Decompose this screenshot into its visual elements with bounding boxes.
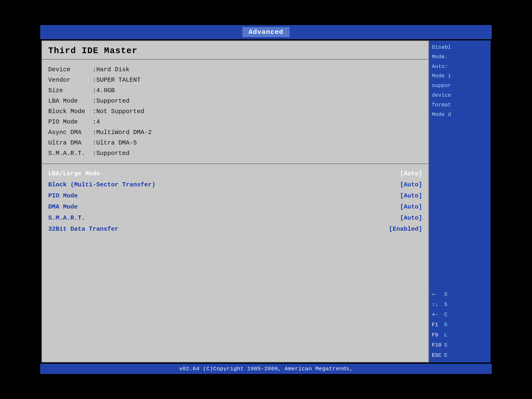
setting-value: [Auto] [400,215,422,222]
left-panel: Third IDE Master Device :Hard DiskVendor… [41,40,429,362]
key-desc: S [444,289,447,299]
setting-row[interactable]: 32Bit Data Transfer[Enabled] [48,223,422,234]
setting-label: PIO Mode [48,192,78,199]
key-name: F9 [432,330,442,340]
key-name: ↔ [432,289,442,299]
device-info-row: LBA Mode :Supported [48,96,422,106]
device-info-row: Device :Hard Disk [48,64,422,75]
main-area: Third IDE Master Device :Hard DiskVendor… [40,39,492,364]
key-binding-row: ↔S [432,289,488,299]
key-binding-row: F10S [432,340,488,350]
bottom-bar: v02.64 (C)Copyright 1985-2009, American … [40,364,492,374]
setting-label: 32Bit Data Transfer [48,226,118,233]
key-desc: C [444,310,447,320]
setting-row[interactable]: Block (Multi-Sector Transfer)[Auto] [48,179,422,190]
footer-text: v02.64 (C)Copyright 1985-2009, American … [179,366,353,372]
key-binding-row: +-C [432,310,488,320]
setting-label: LBA/Large Mode [48,170,100,177]
settings-area: LBA/Large Mode[Auto]Block (Multi-Sector … [42,164,428,362]
help-line: Auto: [432,62,488,71]
key-binding-row: F1G [432,320,488,330]
setting-row[interactable]: PIO Mode[Auto] [48,190,422,201]
setting-row[interactable]: S.M.A.R.T.[Auto] [48,212,422,223]
key-desc: S [444,340,447,350]
panel-heading: Third IDE Master [48,46,422,56]
setting-label: S.M.A.R.T. [48,215,85,222]
setting-value: [Auto] [400,181,422,188]
key-desc: L [444,330,447,340]
device-info-row: Vendor :SUPER TALENT [48,75,422,85]
setting-row: LBA/Large Mode[Auto] [48,168,422,179]
setting-row[interactable]: DMA Mode[Auto] [48,201,422,212]
help-line: suppor [432,81,488,90]
help-line: format [432,100,488,110]
help-line: Mode. [432,52,488,62]
device-info-row: Async DMA :MultiWord DMA-2 [48,127,422,138]
setting-label: Block (Multi-Sector Transfer) [48,181,155,188]
device-info-row: Ultra DMA :Ultra DMA-5 [48,138,422,148]
title-bar: Advanced [40,25,492,39]
help-line: Mode i [432,71,488,81]
help-line: Mode d [432,110,488,120]
help-text: DisablMode.Auto:Mode isuppordeviceformat… [432,43,488,119]
device-info-row: Block Mode :Not Supported [48,106,422,117]
key-name: F1 [432,320,442,330]
title-label: Advanced [248,28,284,36]
title-bar-inner: Advanced [242,27,290,37]
key-name: ESC [432,350,442,361]
key-desc: S [444,300,447,310]
device-info-row: S.M.A.R.T. :Supported [48,148,422,159]
key-name: +- [432,310,442,320]
right-panel: DisablMode.Auto:Mode isuppordeviceformat… [429,40,491,362]
key-desc: E [444,350,447,361]
key-name: ↑↓ [432,300,442,310]
help-line: device [432,90,488,100]
key-name: F10 [432,340,442,350]
setting-value: [Auto] [400,170,422,177]
key-binding-row: F9L [432,330,488,340]
bios-screen: Advanced Third IDE Master Device :Hard D… [40,25,492,374]
setting-value: [Auto] [400,192,422,199]
setting-value: [Enabled] [389,226,422,233]
device-info: Device :Hard DiskVendor :SUPER TALENTSiz… [42,59,428,164]
key-bindings: ↔S↑↓S+-CF1GF9LF10SESCE [432,289,488,361]
key-desc: G [444,320,447,330]
setting-label: DMA Mode [48,203,78,210]
panel-header: Third IDE Master [42,41,428,59]
help-line: Disabl [432,43,488,52]
key-binding-row: ↑↓S [432,300,488,310]
device-info-row: PIO Mode :4 [48,117,422,127]
device-info-row: Size :4.0GB [48,85,422,96]
setting-value: [Auto] [400,203,422,210]
key-binding-row: ESCE [432,350,488,361]
